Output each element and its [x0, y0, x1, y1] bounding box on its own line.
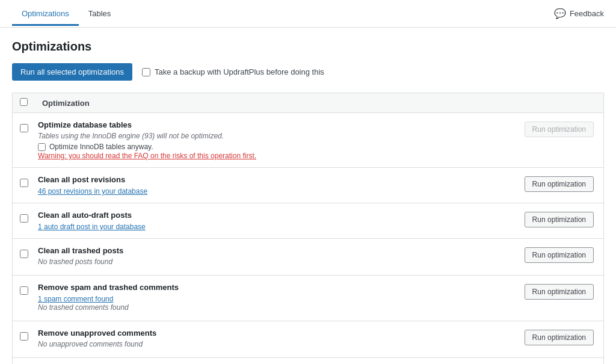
opt-desc-remove-spam-comments: No trashed comments found	[38, 303, 500, 312]
feedback-button[interactable]: 💬 Feedback	[554, 8, 604, 19]
table-row: Clean all auto-draft posts 1 auto draft …	[13, 203, 604, 239]
opt-title-text: Optimize database tables	[38, 120, 132, 129]
opt-link-remove-spam-comments[interactable]: 1 spam comment found	[38, 295, 113, 303]
backup-label[interactable]: Take a backup with UpdraftPlus before do…	[142, 67, 324, 76]
select-all-checkbox[interactable]	[20, 98, 28, 106]
opt-warning-optimize-db-tables[interactable]: Warning: you should read the FAQ on the …	[38, 152, 256, 160]
table-row: Clean all trashed posts No trashed posts…	[13, 239, 604, 276]
toolbar: Run all selected optimizations Take a ba…	[12, 63, 604, 81]
opt-title-text: Remove spam and trashed comments	[38, 283, 179, 292]
row-checkbox-clean-post-revisions[interactable]	[20, 179, 28, 187]
opt-title-text: Clean all auto-draft posts	[38, 211, 132, 220]
header-check-cell	[13, 93, 35, 113]
opt-sub-check-optimize-db-tables[interactable]: Optimize InnoDB tables anyway.	[38, 143, 500, 151]
table-row: Optimize database tables Tables using th…	[13, 113, 604, 168]
backup-checkbox[interactable]	[142, 68, 150, 76]
row-checkbox-remove-spam-comments[interactable]	[20, 286, 28, 295]
opt-desc-optimize-db-tables: Tables using the InnoDB engine (93) will…	[38, 132, 500, 140]
table-row: Remove spam and trashed comments 1 spam …	[13, 276, 604, 321]
main-content: Optimizations Run all selected optimizat…	[0, 28, 616, 364]
optimization-header: Optimization	[35, 93, 604, 113]
row-checkbox-clean-auto-draft[interactable]	[20, 214, 28, 223]
opt-title-clean-trashed-posts: Clean all trashed posts	[38, 246, 500, 255]
row-checkbox-remove-unapproved-comments[interactable]	[20, 332, 28, 341]
row-checkbox-clean-trashed-posts[interactable]	[20, 250, 28, 258]
tab-optimizations[interactable]: Optimizations	[12, 2, 79, 26]
opt-title-optimize-db-tables: Optimize database tables	[38, 120, 500, 129]
feedback-icon: 💬	[554, 8, 566, 19]
table-row: i Remove expired transient options 0 of …	[13, 358, 604, 365]
opt-title-clean-auto-draft: Clean all auto-draft posts	[38, 211, 500, 220]
opt-sub-label: Optimize InnoDB tables anyway.	[49, 143, 153, 151]
opt-title-clean-post-revisions: Clean all post revisions	[38, 175, 500, 184]
tab-tables[interactable]: Tables	[79, 2, 121, 26]
opt-link-clean-auto-draft[interactable]: 1 auto draft post in your database	[38, 223, 146, 231]
page-title: Optimizations	[12, 40, 604, 54]
table-row: Remove unapproved comments No unapproved…	[13, 321, 604, 358]
backup-label-text: Take a backup with UpdraftPlus before do…	[155, 67, 324, 76]
opt-title-remove-unapproved-comments: Remove unapproved comments	[38, 329, 500, 338]
opt-link-clean-post-revisions[interactable]: 46 post revisions in your database	[38, 187, 147, 196]
feedback-label: Feedback	[570, 9, 604, 18]
run-button-optimize-db-tables: Run optimization	[525, 122, 594, 137]
opt-title-text: Remove unapproved comments	[38, 329, 156, 338]
optimizations-table: Optimization Optimize database tables Ta…	[12, 93, 604, 364]
opt-title-text: Clean all trashed posts	[38, 246, 123, 255]
opt-desc-remove-unapproved-comments: No unapproved comments found	[38, 340, 500, 348]
tab-bar: Optimizations Tables 💬 Feedback	[0, 0, 616, 28]
tab-list: Optimizations Tables	[12, 2, 554, 25]
run-button-clean-auto-draft[interactable]: Run optimization	[525, 212, 594, 227]
run-all-button[interactable]: Run all selected optimizations	[12, 63, 132, 81]
row-checkbox-optimize-db-tables[interactable]	[20, 124, 28, 132]
table-row: Clean all post revisions 46 post revisio…	[13, 168, 604, 203]
opt-sub-checkbox-optimize-db-tables[interactable]	[38, 143, 46, 151]
opt-desc-clean-trashed-posts: No trashed posts found	[38, 258, 500, 266]
opt-title-remove-spam-comments: Remove spam and trashed comments	[38, 283, 500, 292]
run-button-clean-post-revisions[interactable]: Run optimization	[525, 176, 594, 192]
run-button-remove-spam-comments[interactable]: Run optimization	[525, 284, 594, 300]
run-button-remove-unapproved-comments[interactable]: Run optimization	[525, 330, 594, 345]
opt-title-text: Clean all post revisions	[38, 175, 125, 184]
run-button-clean-trashed-posts[interactable]: Run optimization	[525, 247, 594, 263]
